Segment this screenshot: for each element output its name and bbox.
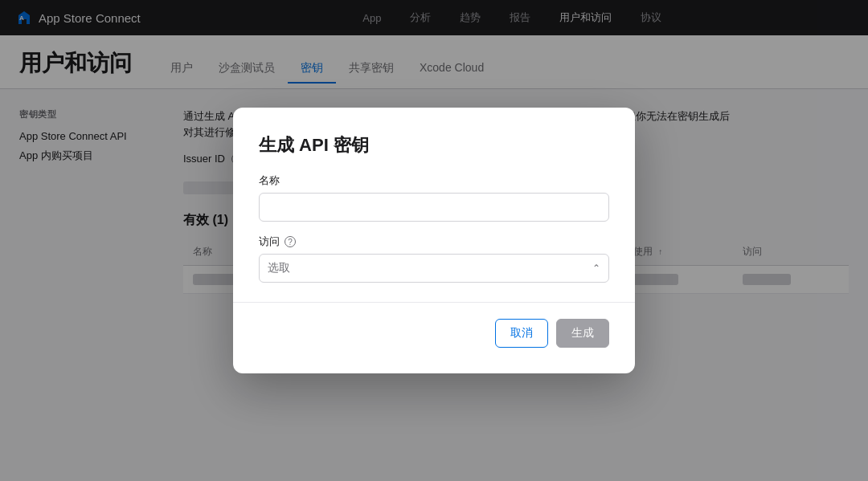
modal-divider xyxy=(233,302,635,303)
select-placeholder: 选取 xyxy=(268,261,290,275)
access-label-row: 访问 ? xyxy=(259,234,609,249)
cancel-button[interactable]: 取消 xyxy=(495,319,548,348)
modal-overlay: 生成 API 密钥 名称 访问 ? 选取 ⌃ 取消 生成 xyxy=(0,0,868,481)
modal-footer: 取消 生成 xyxy=(259,319,609,348)
name-label: 名称 xyxy=(259,173,609,188)
modal-generate-api-key: 生成 API 密钥 名称 访问 ? 选取 ⌃ 取消 生成 xyxy=(233,108,635,373)
generate-button[interactable]: 生成 xyxy=(556,319,609,348)
modal-title: 生成 API 密钥 xyxy=(259,133,609,157)
access-label: 访问 xyxy=(259,234,280,249)
access-help-icon[interactable]: ? xyxy=(285,236,296,247)
chevron-up-icon: ⌃ xyxy=(592,263,600,274)
name-input[interactable] xyxy=(259,193,609,222)
access-select[interactable]: 选取 ⌃ xyxy=(259,254,609,283)
